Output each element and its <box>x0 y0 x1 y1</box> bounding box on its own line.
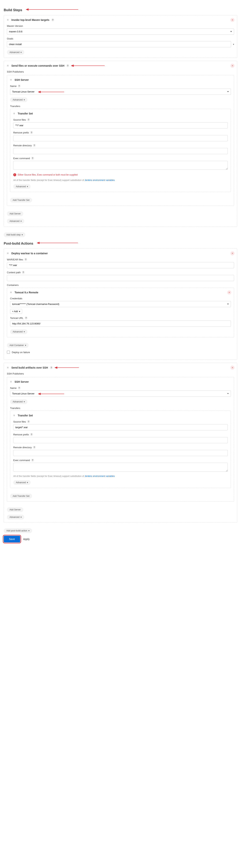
help-icon[interactable]: ? <box>30 131 33 134</box>
help-icon[interactable]: ? <box>50 366 53 369</box>
containers-label: Containers <box>7 284 234 286</box>
exec-cmd-input[interactable] <box>13 463 228 472</box>
chevron-down-icon: ▾ <box>21 220 22 222</box>
remote-dir-label: Remote directory <box>13 446 32 449</box>
context-input[interactable] <box>7 275 234 281</box>
url-label: Tomcat URL <box>10 317 24 319</box>
advanced-button[interactable]: Advanced ▾ <box>10 329 27 334</box>
remote-dir-input[interactable] <box>13 450 228 456</box>
arrow-annotation <box>37 241 78 245</box>
arrow-annotation <box>38 393 64 395</box>
transfer-set-header: Transfer Set <box>18 112 33 115</box>
add-build-step-button[interactable]: Add build step ▾ <box>4 232 25 237</box>
war-input[interactable] <box>7 262 234 268</box>
help-icon[interactable]: ? <box>18 85 21 88</box>
drag-handle-icon[interactable] <box>10 380 13 383</box>
tomcat-panel: × Tomcat 9.x Remote Credentials tomcat/*… <box>7 288 234 337</box>
chevron-down-icon: ▾ <box>22 234 23 236</box>
drag-handle-icon[interactable] <box>10 291 13 294</box>
cred-select[interactable]: tomcat/****** (Tomcat-Username-Password) <box>10 301 231 307</box>
help-icon[interactable]: ? <box>51 19 54 22</box>
help-icon[interactable]: ? <box>31 157 34 160</box>
advanced-button[interactable]: Advanced ▾ <box>7 219 24 223</box>
drag-handle-icon[interactable] <box>10 78 13 82</box>
maven-header: Invoke top-level Maven targets <box>11 19 49 22</box>
apply-button[interactable]: Apply <box>23 537 30 540</box>
close-icon[interactable]: × <box>231 18 235 22</box>
help-icon[interactable]: ? <box>27 118 30 121</box>
transfer-set-header: Transfer Set <box>18 414 33 417</box>
advanced-button[interactable]: Advanced ▾ <box>10 97 27 102</box>
close-icon[interactable]: × <box>231 251 235 255</box>
ssh-server-header: SSH Server <box>15 380 29 383</box>
help-icon[interactable]: ? <box>22 271 25 274</box>
maven-version-select[interactable]: maven-3.9.6 <box>7 29 234 35</box>
help-icon[interactable]: ? <box>33 446 36 449</box>
exec-cmd-input[interactable] <box>13 161 228 170</box>
help-icon[interactable]: ? <box>30 433 33 436</box>
advanced-button[interactable]: Advanced ▾ <box>13 480 31 485</box>
remote-dir-input[interactable] <box>13 148 228 154</box>
note-text: All of the transfer fields (except for E… <box>13 179 228 182</box>
chevron-down-icon[interactable]: ▾ <box>233 43 234 45</box>
remove-prefix-label: Remove prefix <box>13 433 29 436</box>
advanced-button[interactable]: Advanced ▾ <box>10 399 27 404</box>
ssh-send-files-panel: × Send files or execute commands over SS… <box>4 61 237 227</box>
help-icon[interactable]: ? <box>66 64 69 67</box>
add-server-button[interactable]: Add Server <box>7 507 23 512</box>
transfers-label: Transfers <box>10 105 231 107</box>
chevron-down-icon: ▾ <box>27 185 28 188</box>
advanced-button[interactable]: Advanced ▾ <box>7 515 24 520</box>
ssh-server-panel: SSH Server Name? Tomcat-Linux-Server Adv… <box>7 75 234 206</box>
drag-handle-icon[interactable] <box>7 18 9 22</box>
drag-handle-icon[interactable] <box>7 252 9 255</box>
help-icon[interactable]: ? <box>27 420 30 423</box>
advanced-button[interactable]: Advanced ▾ <box>7 50 24 55</box>
help-icon[interactable]: ? <box>25 316 28 319</box>
env-vars-link[interactable]: Jenkins environment variables <box>85 179 115 182</box>
maven-version-label: Maven Version <box>7 25 234 27</box>
close-icon[interactable]: × <box>231 64 235 68</box>
source-files-input[interactable] <box>13 424 228 430</box>
remove-prefix-input[interactable] <box>13 135 228 141</box>
maven-panel: × Invoke top-level Maven targets ? Maven… <box>4 15 237 58</box>
drag-handle-icon[interactable] <box>13 414 16 417</box>
arrow-annotation <box>55 366 79 369</box>
tomcat-header: Tomcat 9.x Remote <box>15 291 38 294</box>
error-icon: ! <box>13 173 16 176</box>
transfers-label: Transfers <box>10 407 231 409</box>
advanced-button[interactable]: Advanced ▾ <box>13 184 31 189</box>
ssh-server-header: SSH Server <box>15 79 29 81</box>
ssh-publishers-label: SSH Publishers <box>7 70 234 73</box>
add-server-button[interactable]: Add Server <box>7 211 23 216</box>
source-files-input[interactable] <box>13 122 228 128</box>
deploy-on-failure-checkbox[interactable] <box>7 351 10 354</box>
drag-handle-icon[interactable] <box>13 112 16 115</box>
goals-input[interactable] <box>7 41 231 47</box>
ssh-header: Send files or execute commands over SSH <box>11 64 64 67</box>
source-files-label: Source files <box>13 420 26 423</box>
close-icon[interactable]: × <box>231 366 235 370</box>
ssh-server-panel: SSH Server Name? Tomcat-Linux-Server Adv… <box>7 377 234 502</box>
transfer-set-panel: Transfer Set Source files? Remove prefix… <box>10 109 231 192</box>
help-icon[interactable]: ? <box>31 459 34 462</box>
drag-handle-icon[interactable] <box>7 366 9 369</box>
help-icon[interactable]: ? <box>18 386 21 390</box>
chevron-down-icon: ▾ <box>28 529 29 532</box>
url-input[interactable] <box>10 320 231 327</box>
add-container-button[interactable]: Add Container ▾ <box>7 343 29 348</box>
add-transfer-set-button[interactable]: Add Transfer Set <box>10 198 32 203</box>
help-icon[interactable]: ? <box>24 258 27 261</box>
drag-handle-icon[interactable] <box>7 64 9 67</box>
help-icon[interactable]: ? <box>33 144 36 147</box>
close-icon[interactable]: × <box>227 290 231 294</box>
add-cred-button[interactable]: + Add ▾ <box>10 309 22 314</box>
save-button[interactable]: Save <box>4 536 20 542</box>
arrow-annotation <box>71 64 105 67</box>
env-vars-link[interactable]: Jenkins environment variables <box>85 475 115 477</box>
remove-prefix-input[interactable] <box>13 437 228 443</box>
add-transfer-set-button[interactable]: Add Transfer Set <box>10 494 32 498</box>
chevron-down-icon: ▾ <box>21 51 22 54</box>
add-post-build-button[interactable]: Add post-build action ▾ <box>4 528 32 533</box>
exec-cmd-label: Exec command <box>13 459 30 462</box>
